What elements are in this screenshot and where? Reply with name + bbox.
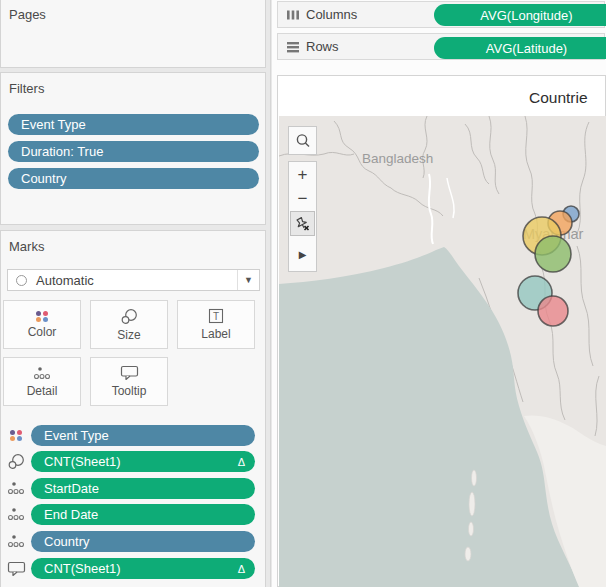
size-button[interactable]: Size [90, 300, 168, 349]
filter-pill[interactable]: Event Type [8, 114, 259, 135]
label-button[interactable]: T Label [177, 300, 255, 349]
marks-pill[interactable]: StartDate [31, 478, 255, 499]
circle-mark-icon [16, 275, 27, 286]
pill-label: Country [44, 534, 90, 549]
pages-card: Pages [0, 0, 266, 68]
columns-pill[interactable]: AVG(Longitude) [434, 4, 606, 26]
svg-text:T: T [213, 311, 219, 322]
bubble-green[interactable] [535, 236, 571, 272]
reset-pin-button[interactable] [290, 211, 315, 236]
map-toolbar: + − ▶ [288, 161, 317, 272]
detail-icon[interactable] [4, 531, 28, 552]
button-label: Detail [27, 384, 58, 398]
marks-title: Marks [1, 231, 265, 254]
pin-x-icon [294, 215, 311, 232]
tableau-window: Pages Filters Event Type Duration: True … [0, 0, 606, 587]
marks-pill[interactable]: Country [31, 531, 255, 552]
marks-pill[interactable]: End Date [31, 504, 255, 525]
filters-title: Filters [1, 73, 265, 96]
detail-icon[interactable] [4, 478, 28, 499]
pill-label: Duration: True [21, 144, 103, 159]
button-label: Color [28, 325, 57, 339]
color-button[interactable]: Color [3, 300, 81, 349]
size-icon[interactable] [4, 451, 28, 472]
columns-label: Columns [306, 7, 357, 22]
pill-label: Country [21, 171, 67, 186]
marks-pill[interactable]: CNT(Sheet1)Δ [31, 558, 255, 579]
toolbar-expand-button[interactable]: ▶ [289, 243, 316, 267]
color-icon [36, 311, 49, 322]
map-view[interactable]: BangladeshMyanmar [279, 116, 606, 587]
chevron-down-icon[interactable]: ▼ [237, 270, 259, 290]
pill-label: Event Type [21, 117, 86, 132]
zoom-out-button[interactable]: − [289, 186, 316, 210]
tooltip-button[interactable]: Tooltip [90, 357, 168, 406]
columns-icon [286, 9, 300, 21]
rows-icon [286, 41, 300, 53]
button-label: Tooltip [112, 384, 147, 398]
pages-title: Pages [1, 0, 265, 22]
size-icon [119, 308, 139, 325]
tooltip-icon[interactable] [4, 558, 28, 579]
map-search-button[interactable] [288, 126, 317, 155]
pill-label: CNT(Sheet1) [44, 561, 121, 576]
filters-card: Filters Event Type Duration: True Countr… [0, 72, 266, 225]
button-label: Size [117, 328, 140, 342]
detail-icon [33, 366, 51, 381]
pill-label: StartDate [44, 481, 99, 496]
map-label: Bangladesh [362, 151, 433, 166]
bubble-red[interactable] [538, 296, 568, 326]
detail-icon[interactable] [4, 504, 28, 525]
rows-pill[interactable]: AVG(Latitude) [434, 37, 606, 59]
map-canvas: BangladeshMyanmar [279, 116, 606, 587]
marks-pill[interactable]: Event Type [31, 425, 255, 446]
pill-label: CNT(Sheet1) [44, 454, 121, 469]
pill-label: Event Type [44, 428, 109, 443]
rows-label: Rows [306, 39, 339, 54]
button-label: Label [201, 327, 230, 341]
marks-pill[interactable]: CNT(Sheet1)Δ [31, 451, 255, 472]
marks-card: Marks Automatic ▼ Color Size T Labe [0, 230, 266, 587]
pill-label: End Date [44, 507, 98, 522]
label-icon: T [208, 308, 224, 324]
filter-pill[interactable]: Country [8, 168, 259, 189]
mark-type-dropdown[interactable]: Automatic ▼ [7, 269, 260, 291]
delta-icon: Δ [238, 456, 245, 468]
detail-button[interactable]: Detail [3, 357, 81, 406]
search-icon [294, 132, 312, 150]
delta-icon: Δ [238, 563, 245, 575]
panel-divider [270, 0, 271, 587]
mark-type-selected: Automatic [36, 273, 94, 288]
zoom-in-button[interactable]: + [289, 162, 316, 186]
filter-pill[interactable]: Duration: True [8, 141, 259, 162]
tooltip-icon [120, 365, 139, 381]
color-icon[interactable] [4, 425, 28, 446]
sheet-title: Countrie [529, 89, 588, 107]
